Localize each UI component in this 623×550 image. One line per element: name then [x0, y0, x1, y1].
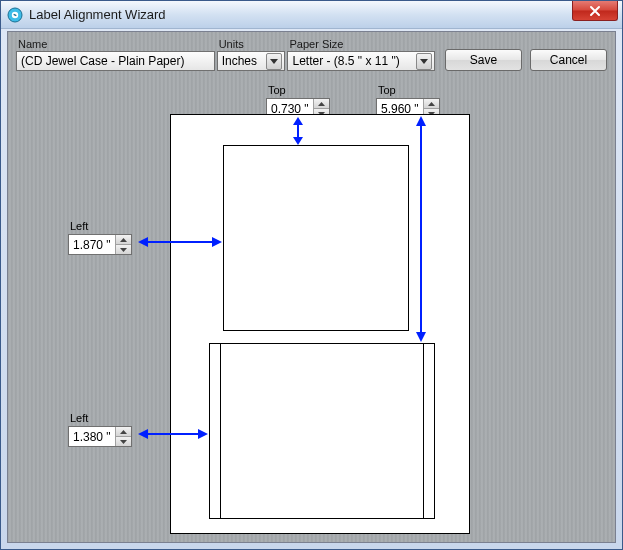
spin-down-icon[interactable] [116, 437, 131, 446]
left1-label: Left [68, 220, 132, 232]
toolbar: Name (CD Jewel Case - Plain Paper) Units… [12, 35, 611, 73]
cancel-button[interactable]: Cancel [530, 49, 607, 71]
close-icon [589, 5, 601, 17]
label-top [223, 145, 409, 331]
svg-marker-13 [138, 429, 148, 439]
top1-label: Top [266, 84, 330, 96]
units-combo[interactable]: Inches [217, 51, 286, 71]
client-area: Name (CD Jewel Case - Plain Paper) Units… [7, 31, 616, 543]
close-button[interactable] [572, 1, 618, 21]
paper-preview [170, 114, 470, 534]
save-button[interactable]: Save [445, 49, 522, 71]
left2-spinner[interactable] [68, 426, 132, 447]
left1-group: Left [68, 220, 132, 255]
units-label: Units [217, 37, 286, 51]
spin-down-icon[interactable] [116, 245, 131, 254]
chevron-down-icon [416, 53, 432, 70]
spin-up-icon[interactable] [424, 99, 439, 109]
inner-line-right [423, 344, 424, 518]
inner-line-left [220, 344, 221, 518]
name-combo[interactable]: (CD Jewel Case - Plain Paper) [16, 51, 215, 71]
spin-up-icon[interactable] [314, 99, 329, 109]
units-combo-value: Inches [222, 54, 257, 68]
left1-spinner[interactable] [68, 234, 132, 255]
label-bottom [209, 343, 435, 519]
app-icon [7, 7, 23, 23]
spin-up-icon[interactable] [116, 235, 131, 245]
left2-group: Left [68, 412, 132, 447]
svg-marker-10 [138, 237, 148, 247]
name-label: Name [16, 37, 215, 51]
left1-input[interactable] [69, 235, 115, 254]
paper-combo[interactable]: Letter - (8.5 " x 11 ") [287, 51, 435, 71]
left2-input[interactable] [69, 427, 115, 446]
titlebar: Label Alignment Wizard [1, 1, 622, 29]
spin-up-icon[interactable] [116, 427, 131, 437]
chevron-down-icon [266, 53, 282, 70]
top2-label: Top [376, 84, 440, 96]
paper-label: Paper Size [287, 37, 435, 51]
window-title: Label Alignment Wizard [29, 7, 166, 22]
name-combo-value: (CD Jewel Case - Plain Paper) [21, 54, 184, 68]
app-window: Label Alignment Wizard Name (CD Jewel Ca… [0, 0, 623, 550]
left2-label: Left [68, 412, 132, 424]
paper-combo-value: Letter - (8.5 " x 11 ") [292, 54, 399, 68]
